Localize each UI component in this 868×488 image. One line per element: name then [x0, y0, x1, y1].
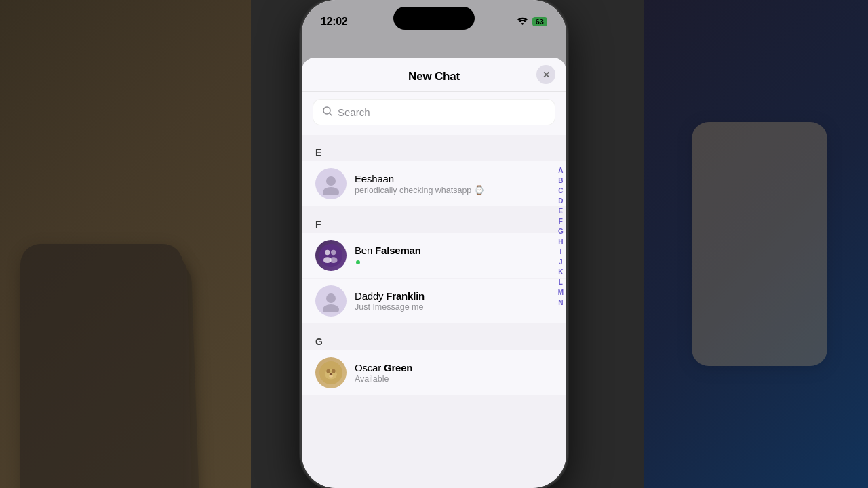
avatar-ben-falseman: [315, 240, 347, 271]
phone-screen: 12:02 63 New Chat: [302, 0, 566, 488]
alpha-index: A B C D E F G H I J K L M N: [558, 166, 564, 307]
modal-title: New Chat: [408, 70, 460, 83]
modal-header: New Chat ✕: [302, 58, 566, 92]
contact-name-eeshaan: Eeshaan: [355, 173, 553, 184]
contact-status-eeshaan: periodically checking whatsapp ⌚: [355, 185, 553, 195]
section-header-e: E: [302, 142, 566, 161]
alpha-h[interactable]: H: [558, 237, 563, 246]
contact-item-ben-falseman[interactable]: Ben Falseman: [302, 233, 566, 278]
alpha-m[interactable]: M: [558, 288, 564, 297]
section-gap-f: [302, 207, 566, 214]
svg-point-4: [319, 244, 342, 267]
svg-point-10: [323, 304, 339, 312]
alpha-b[interactable]: B: [558, 176, 563, 185]
contact-status-daddy-franklin: Just Imessage me: [355, 302, 553, 312]
contact-item-eeshaan[interactable]: Eeshaan periodically checking whatsapp ⌚: [302, 161, 566, 206]
section-gap-e: [302, 135, 566, 142]
avatar-oscar-green: [315, 357, 347, 388]
svg-point-16: [329, 375, 333, 378]
contact-info-oscar-green: Oscar Green Available: [355, 362, 553, 384]
search-bar[interactable]: Search: [313, 99, 555, 125]
section-gap-g: [302, 324, 566, 331]
svg-point-6: [331, 250, 336, 255]
svg-point-2: [326, 176, 336, 186]
alpha-g[interactable]: G: [558, 227, 564, 236]
contact-item-oscar-green[interactable]: Oscar Green Available: [302, 350, 566, 395]
alpha-d[interactable]: D: [558, 197, 563, 205]
avatar-eeshaan: [315, 168, 347, 199]
search-placeholder: Search: [338, 106, 370, 118]
section-header-g: G: [302, 331, 566, 350]
alpha-i[interactable]: I: [559, 247, 561, 256]
alpha-f[interactable]: F: [559, 217, 563, 226]
contact-name-daddy-franklin: Daddy Franklin: [355, 290, 553, 302]
contact-item-daddy-franklin[interactable]: Daddy Franklin Just Imessage me: [302, 279, 566, 323]
svg-point-9: [326, 293, 336, 303]
alpha-a[interactable]: A: [558, 166, 563, 175]
contact-info-eeshaan: Eeshaan periodically checking whatsapp ⌚: [355, 173, 553, 195]
modal-overlay: New Chat ✕ Search: [302, 0, 566, 488]
contact-name-oscar-green: Oscar Green: [355, 362, 553, 373]
search-icon: [323, 106, 332, 118]
contact-status-oscar-green: Available: [355, 374, 553, 384]
background-right-device: [692, 122, 827, 366]
contact-name-ben-falseman: Ben Falseman: [355, 245, 553, 256]
svg-point-5: [325, 250, 330, 255]
contact-list: E Eeshaan periodically checking whatsapp…: [302, 135, 566, 409]
alpha-n[interactable]: N: [558, 298, 563, 307]
section-header-f: F: [302, 214, 566, 232]
svg-point-13: [326, 369, 330, 373]
new-chat-modal: New Chat ✕ Search: [302, 58, 566, 488]
alpha-l[interactable]: L: [559, 278, 563, 287]
phone-frame: 12:02 63 New Chat: [302, 0, 566, 488]
close-button[interactable]: ✕: [536, 65, 555, 84]
contact-info-daddy-franklin: Daddy Franklin Just Imessage me: [355, 290, 553, 312]
svg-point-8: [330, 257, 338, 263]
contact-info-ben-falseman: Ben Falseman: [355, 245, 553, 266]
svg-point-14: [332, 369, 336, 373]
alpha-k[interactable]: K: [558, 268, 563, 277]
avatar-daddy-franklin: [315, 285, 347, 317]
alpha-e[interactable]: E: [558, 207, 563, 216]
alpha-c[interactable]: C: [558, 186, 563, 195]
alpha-j[interactable]: J: [559, 258, 563, 266]
svg-line-1: [330, 113, 332, 115]
svg-point-3: [323, 187, 339, 195]
contact-status-ben-falseman: [355, 257, 553, 266]
search-container: Search: [302, 92, 566, 135]
